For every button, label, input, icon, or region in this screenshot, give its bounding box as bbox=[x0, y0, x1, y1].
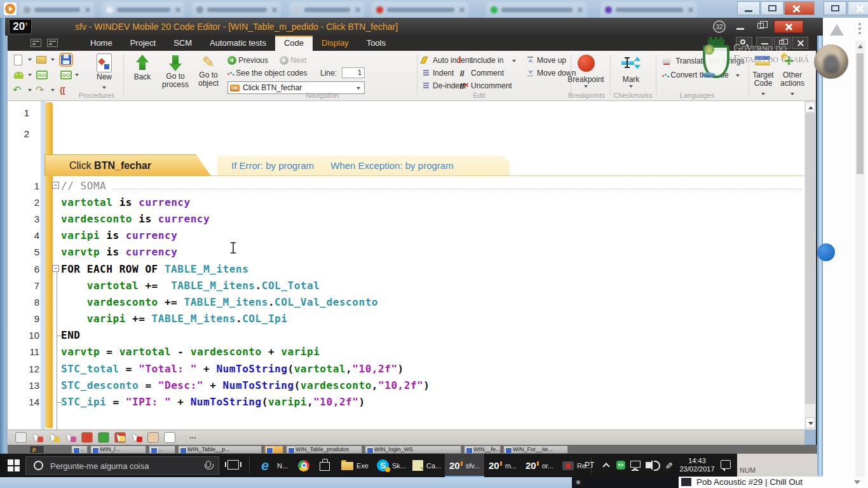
scroll-up-button[interactable] bbox=[805, 102, 815, 112]
code-editor[interactable]: 12 Click BTN_fechar If Error: by program… bbox=[8, 101, 804, 430]
edit-item-move-up[interactable]: Move up bbox=[526, 56, 566, 65]
see-object-codes-button[interactable]: See the object codes bbox=[227, 69, 307, 78]
next-button[interactable]: Next bbox=[280, 56, 306, 65]
target-code-icon[interactable] bbox=[755, 55, 771, 67]
tab-automatic-tests[interactable]: Automatic tests bbox=[201, 36, 275, 51]
quick-access-icon-2[interactable] bbox=[47, 39, 58, 47]
taskbar-app-edge[interactable]: eN... bbox=[257, 454, 292, 477]
mark-icon[interactable] bbox=[621, 56, 641, 70]
code-line[interactable]: 14STC_ipi = "IPI: " + NumToString(varipi… bbox=[8, 393, 804, 410]
hand-icon[interactable] bbox=[147, 432, 159, 443]
code-line[interactable]: 13STC_desconto = "Desc:" + NumToString(v… bbox=[8, 377, 804, 393]
titlebar[interactable]: 20ʼ sfv - WINDEV Mobile 20 Code Editor -… bbox=[5, 18, 823, 36]
tab-tools[interactable]: Tools bbox=[358, 36, 395, 51]
edit-item-uncomment[interactable]: //Uncomment bbox=[460, 81, 512, 90]
line-number[interactable]: 7 bbox=[8, 280, 39, 291]
browser-tab[interactable] bbox=[192, 2, 281, 18]
taskbar-app-windev[interactable]: 20sfv... bbox=[445, 454, 484, 477]
white-square-icon[interactable] bbox=[164, 432, 175, 443]
quick-access-icon-1[interactable] bbox=[31, 39, 41, 47]
chevron-down-icon[interactable] bbox=[854, 480, 860, 484]
back-button[interactable]: Back bbox=[127, 53, 158, 81]
fold-gutter[interactable] bbox=[39, 277, 61, 294]
restore-button[interactable] bbox=[752, 20, 771, 33]
kebab-menu-icon[interactable] bbox=[858, 23, 861, 25]
browser-scrollbar[interactable] bbox=[855, 41, 865, 488]
collapse-icon[interactable]: − bbox=[52, 182, 59, 189]
tab-project[interactable]: Project bbox=[121, 36, 165, 51]
fold-gutter[interactable] bbox=[39, 393, 61, 410]
scroll-up-icon[interactable] bbox=[858, 44, 863, 48]
debug-cursor-red-icon[interactable] bbox=[32, 432, 43, 443]
tab-display[interactable]: Display bbox=[313, 36, 358, 51]
mdi-restore-button[interactable] bbox=[774, 37, 790, 49]
document-tab[interactable]: WIN_For__ite... bbox=[503, 445, 568, 454]
new-button[interactable]: New bbox=[88, 53, 121, 93]
fold-gutter[interactable] bbox=[39, 377, 61, 393]
code-line[interactable]: 7 vartotal += TABLE_M_itens.COL_Total bbox=[8, 277, 804, 294]
debug-cursor-yellow-icon[interactable] bbox=[48, 432, 60, 443]
document-tab[interactable] bbox=[264, 445, 283, 454]
background-window-close-button[interactable] bbox=[848, 1, 868, 15]
edit-item-indent[interactable]: Indent bbox=[422, 69, 454, 78]
browser-maximize-button[interactable] bbox=[761, 1, 783, 15]
code-line[interactable]: 3vardesconto is currency bbox=[8, 210, 804, 227]
tab-close-icon[interactable] bbox=[688, 7, 693, 13]
code-line[interactable]: 4varipi is currency bbox=[8, 227, 804, 244]
more-icon[interactable]: ... bbox=[189, 431, 196, 440]
taskbar-app-folder[interactable]: Exe bbox=[337, 454, 373, 477]
document-tab[interactable]: ... bbox=[149, 445, 175, 454]
open-icon[interactable] bbox=[36, 53, 55, 68]
fold-gutter[interactable]: − bbox=[39, 261, 61, 277]
android-icon[interactable] bbox=[13, 69, 32, 83]
document-tab[interactable]: WIN_Table_produtos bbox=[286, 445, 362, 454]
document-tab[interactable]: WIN_l... bbox=[90, 445, 146, 454]
code-line[interactable]: 10END bbox=[8, 327, 804, 344]
cortana-search[interactable]: Pergunte-me alguma coisa bbox=[25, 456, 219, 475]
task-view-button[interactable] bbox=[227, 460, 239, 470]
goto-object-button[interactable]: ✎ Go to object bbox=[193, 53, 224, 88]
outer-line-number[interactable]: 1 bbox=[14, 107, 29, 118]
code-brackets-icon[interactable]: {[ bbox=[60, 84, 79, 98]
code-line[interactable]: 1−// SOMA bbox=[8, 177, 804, 194]
edit-item-include-in[interactable]: Include in bbox=[460, 56, 516, 65]
convert-code-button[interactable]: Convert the code bbox=[662, 71, 740, 79]
tab-close-icon[interactable] bbox=[175, 7, 180, 13]
browser-tab[interactable] bbox=[600, 2, 697, 18]
goto-process-button[interactable]: Go to process bbox=[159, 53, 192, 89]
editor-scrollbar[interactable] bbox=[804, 101, 816, 430]
other-actions-button[interactable]: Otheractions bbox=[778, 71, 807, 88]
display-icon[interactable] bbox=[630, 461, 641, 468]
start-button[interactable] bbox=[8, 459, 20, 471]
event-tab[interactable]: Click BTN_fechar bbox=[44, 154, 211, 176]
browser-close-button[interactable] bbox=[784, 1, 815, 15]
record-cursor-icon[interactable] bbox=[131, 432, 142, 443]
taskbar-app-notes[interactable]: Ca... bbox=[408, 454, 445, 477]
code-line[interactable]: 5varvtp is currency bbox=[8, 244, 804, 261]
browser-tab[interactable] bbox=[289, 2, 364, 18]
new-document-icon[interactable] bbox=[13, 53, 32, 68]
taskbar-app-store[interactable] bbox=[315, 454, 334, 477]
event-combo[interactable]: OK Click BTN_fechar bbox=[227, 81, 365, 94]
tab-close-icon[interactable] bbox=[577, 7, 583, 13]
line-number[interactable]: 10 bbox=[8, 330, 39, 341]
fold-gutter[interactable]: − bbox=[39, 177, 61, 194]
code-line[interactable]: 2vartotal is currency bbox=[8, 194, 804, 210]
tray-expand-icon[interactable] bbox=[602, 463, 609, 470]
translate-button[interactable]: Translate the strings bbox=[662, 57, 744, 65]
line-number[interactable]: 2 bbox=[8, 197, 39, 208]
scroll-down-button[interactable] bbox=[805, 417, 815, 428]
document-tab[interactable]: WIN__fe... bbox=[464, 445, 501, 454]
other-actions-icon[interactable]: + bbox=[784, 53, 801, 69]
browser-tab[interactable] bbox=[19, 2, 94, 18]
tab-close-icon[interactable] bbox=[85, 7, 90, 13]
browser-minimize-button[interactable] bbox=[737, 1, 760, 15]
browser-tab[interactable] bbox=[372, 2, 468, 18]
line-number[interactable]: 5 bbox=[8, 247, 39, 257]
go-test-icon[interactable]: GO bbox=[36, 69, 55, 83]
tab-close-icon[interactable] bbox=[459, 7, 465, 13]
taskbar-app-windev[interactable]: 20m... bbox=[484, 454, 521, 477]
taskbar-app-chrome[interactable] bbox=[294, 454, 314, 477]
language-indicator[interactable]: PT bbox=[585, 461, 594, 470]
line-number[interactable]: 11 bbox=[8, 346, 39, 357]
